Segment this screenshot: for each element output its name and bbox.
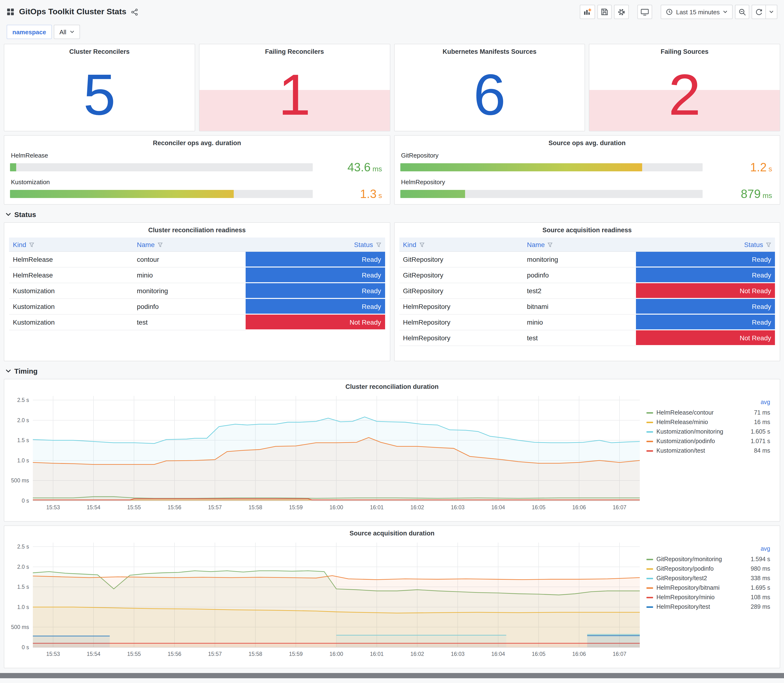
svg-text:500 ms: 500 ms [11,478,29,484]
variable-value-dropdown[interactable]: All [54,25,80,39]
stat-panel-manifest-sources: Kubernetes Manifests Sources 6 [394,44,585,131]
panel-title[interactable]: Source acquisition readiness [399,223,775,235]
panel-title[interactable]: Cluster Reconcilers [4,44,195,56]
svg-text:15:55: 15:55 [127,651,141,657]
chart-plot[interactable]: 0 s500 ms1.0 s1.5 s2.0 s2.5 s15:5315:541… [8,539,644,661]
table-cell: minio [523,314,636,330]
section-row-status[interactable]: Status [4,205,780,222]
panel-title[interactable]: Source ops avg. duration [400,136,774,148]
tv-mode-button[interactable] [637,5,652,19]
stat-panel-cluster-reconcilers: Cluster Reconcilers 5 [4,44,195,131]
clock-icon [666,8,673,15]
legend-item[interactable]: Kustomization/monitoring1.605 s [646,427,771,436]
chevron-down-icon [70,30,74,33]
svg-text:16:07: 16:07 [612,504,627,510]
table-cell: HelmRepository [399,330,523,346]
series-avg-value: 289 ms [746,603,770,610]
svg-text:2.0 s: 2.0 s [17,564,29,570]
series-avg-value: 1.695 s [746,585,770,591]
variable-label-namespace[interactable]: namespace [6,25,52,39]
table-cell: Kustomization [9,314,133,330]
status-cell: Not Ready [246,314,385,330]
series-color-swatch [646,441,653,442]
time-range-label: Last 15 minutes [676,8,720,16]
svg-text:15:57: 15:57 [208,651,222,657]
legend-item[interactable]: HelmRepository/test289 ms [646,602,771,612]
legend-item[interactable]: HelmRepository/bitnami1.695 s [646,583,771,593]
status-cell: Ready [246,252,385,268]
svg-text:1.5 s: 1.5 s [17,584,29,590]
series-color-swatch [646,412,653,414]
table-row: KustomizationtestNot Ready [9,314,385,330]
table-cell: monitoring [133,283,246,299]
table-cell: test [523,330,636,346]
column-header-status[interactable]: Status [636,237,775,252]
bottom-edge [0,673,784,678]
series-avg-value: 1.605 s [746,428,770,435]
svg-text:16:03: 16:03 [451,651,465,657]
svg-text:1.0 s: 1.0 s [17,457,29,463]
apps-grid-icon[interactable] [6,8,14,16]
legend-item[interactable]: Kustomization/podinfo1.071 s [646,436,771,446]
filter-icon [29,242,34,247]
refresh-button[interactable] [752,5,766,19]
chart-plot[interactable]: 0 s500 ms1.0 s1.5 s2.0 s2.5 s15:5315:541… [8,392,644,514]
column-header-kind[interactable]: Kind [9,237,133,252]
panel-title[interactable]: Kubernetes Manifests Sources [394,44,585,56]
svg-text:16:04: 16:04 [491,504,505,510]
series-color-swatch [646,606,653,608]
column-header-name[interactable]: Name [523,237,636,252]
column-header-name[interactable]: Name [133,237,246,252]
legend-item[interactable]: Kustomization/test84 ms [646,446,771,455]
stat-value: 1 [199,59,390,131]
refresh-split-button [752,5,778,19]
panel-title[interactable]: Cluster reconciliation readiness [9,223,385,235]
stat-panel-failing-reconcilers: Failing Reconcilers 1 [199,44,390,131]
series-color-swatch [646,558,653,560]
zoom-out-button[interactable] [735,5,749,19]
panel-title[interactable]: Cluster reconciliation duration [8,379,776,391]
add-panel-button[interactable] [580,5,595,19]
gauge-label: HelmRepository [401,178,774,186]
series-avg-value: 84 ms [746,447,770,454]
column-header-kind[interactable]: Kind [399,237,523,252]
legend-avg-header: avg [646,399,771,408]
legend-item[interactable]: GitRepository/monitoring1.594 s [646,555,771,564]
gauge-label: Kustomization [11,178,384,186]
settings-button[interactable] [614,5,629,19]
bar-gauge-track [400,163,702,172]
section-row-timing[interactable]: Timing [4,361,780,379]
gauge-value: 43.6ms [313,160,384,174]
table-cell: podinfo [133,299,246,314]
svg-text:16:06: 16:06 [572,504,586,510]
panel-title[interactable]: Failing Reconcilers [199,44,390,56]
legend-item[interactable]: GitRepository/podinfo980 ms [646,564,771,574]
table-cell: HelmRepository [399,299,523,314]
legend-item[interactable]: HelmRepository/minio108 ms [646,593,771,602]
legend-item[interactable]: HelmRelease/contour71 ms [646,408,771,417]
filter-icon [548,242,553,247]
table-cell: minio [133,268,246,283]
time-range-picker[interactable]: Last 15 minutes [661,5,733,19]
table-cell: bitnami [523,299,636,314]
panel-title[interactable]: Reconciler ops avg. duration [10,136,384,148]
bar-gauge-fill [400,190,465,198]
svg-text:15:54: 15:54 [87,651,101,657]
panel-title[interactable]: Failing Sources [590,44,780,56]
section-label: Timing [14,367,38,375]
panel-title[interactable]: Source acquisition duration [8,526,776,538]
table-row: HelmRepositorytestNot Ready [399,330,775,346]
bar-gauge-row: GitRepository 1.2s [400,152,774,174]
table-row: HelmRepositorybitnamiReady [399,299,775,314]
gauge-value: 879ms [702,187,774,201]
table-row: GitRepositorytest2Not Ready [399,283,775,299]
share-icon[interactable] [131,8,138,16]
svg-text:15:58: 15:58 [249,504,262,510]
save-dashboard-button[interactable] [597,5,612,19]
refresh-interval-dropdown[interactable] [766,5,778,19]
legend-item[interactable]: GitRepository/test2338 ms [646,574,771,583]
legend-item[interactable]: HelmRelease/minio16 ms [646,417,771,427]
svg-text:15:53: 15:53 [46,504,60,510]
table-cell: Kustomization [9,299,133,314]
column-header-status[interactable]: Status [246,237,385,252]
